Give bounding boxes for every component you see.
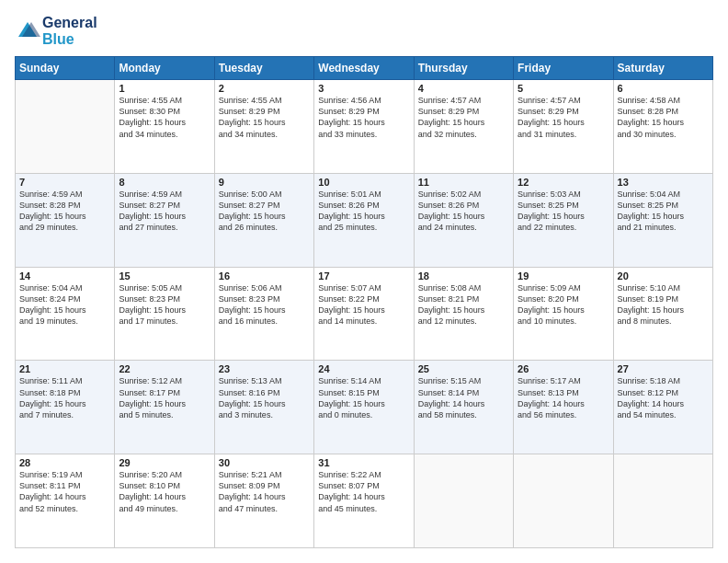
day-info: Sunrise: 5:11 AM Sunset: 8:18 PM Dayligh… — [19, 375, 110, 420]
day-info: Sunrise: 5:03 AM Sunset: 8:25 PM Dayligh… — [518, 189, 609, 234]
table-row: 1Sunrise: 4:55 AM Sunset: 8:30 PM Daylig… — [115, 80, 214, 174]
day-number: 27 — [618, 363, 709, 374]
day-number: 24 — [318, 363, 409, 374]
day-number: 5 — [518, 83, 609, 94]
day-info: Sunrise: 5:05 AM Sunset: 8:23 PM Dayligh… — [119, 282, 210, 327]
col-friday: Friday — [514, 57, 613, 80]
day-info: Sunrise: 4:57 AM Sunset: 8:29 PM Dayligh… — [418, 95, 509, 140]
day-info: Sunrise: 5:15 AM Sunset: 8:14 PM Dayligh… — [418, 375, 509, 420]
day-number: 23 — [219, 363, 310, 374]
day-info: Sunrise: 5:09 AM Sunset: 8:20 PM Dayligh… — [518, 282, 609, 327]
table-row: 11Sunrise: 5:02 AM Sunset: 8:26 PM Dayli… — [414, 173, 513, 267]
table-row: 26Sunrise: 5:17 AM Sunset: 8:13 PM Dayli… — [514, 361, 613, 454]
day-number: 29 — [119, 457, 210, 468]
day-info: Sunrise: 4:56 AM Sunset: 8:29 PM Dayligh… — [318, 95, 409, 140]
table-row: 5Sunrise: 4:57 AM Sunset: 8:29 PM Daylig… — [514, 80, 613, 174]
table-row: 12Sunrise: 5:03 AM Sunset: 8:25 PM Dayli… — [514, 173, 613, 267]
col-monday: Monday — [115, 57, 214, 80]
table-row: 14Sunrise: 5:04 AM Sunset: 8:24 PM Dayli… — [16, 267, 115, 361]
day-number: 21 — [19, 363, 110, 374]
table-row: 16Sunrise: 5:06 AM Sunset: 8:23 PM Dayli… — [214, 267, 313, 361]
table-row — [414, 454, 513, 548]
table-row: 2Sunrise: 4:55 AM Sunset: 8:29 PM Daylig… — [214, 80, 313, 174]
day-number: 20 — [618, 270, 709, 282]
day-number: 6 — [618, 83, 709, 94]
day-number: 22 — [119, 363, 210, 374]
col-sunday: Sunday — [16, 57, 115, 80]
table-row: 30Sunrise: 5:21 AM Sunset: 8:09 PM Dayli… — [214, 454, 313, 548]
table-row: 13Sunrise: 5:04 AM Sunset: 8:25 PM Dayli… — [613, 173, 712, 267]
table-row — [514, 454, 613, 548]
table-row: 21Sunrise: 5:11 AM Sunset: 8:18 PM Dayli… — [16, 361, 115, 454]
day-info: Sunrise: 5:21 AM Sunset: 8:09 PM Dayligh… — [219, 469, 310, 514]
table-row: 19Sunrise: 5:09 AM Sunset: 8:20 PM Dayli… — [514, 267, 613, 361]
day-number: 18 — [418, 270, 509, 282]
day-number: 2 — [219, 83, 310, 94]
table-row: 22Sunrise: 5:12 AM Sunset: 8:17 PM Dayli… — [115, 361, 214, 454]
day-info: Sunrise: 4:55 AM Sunset: 8:30 PM Dayligh… — [119, 95, 210, 140]
day-info: Sunrise: 5:04 AM Sunset: 8:25 PM Dayligh… — [618, 189, 709, 234]
day-info: Sunrise: 5:06 AM Sunset: 8:23 PM Dayligh… — [219, 282, 310, 327]
day-number: 31 — [318, 457, 409, 468]
calendar-header-row: Sunday Monday Tuesday Wednesday Thursday… — [16, 57, 713, 80]
col-thursday: Thursday — [414, 57, 513, 80]
table-row: 23Sunrise: 5:13 AM Sunset: 8:16 PM Dayli… — [214, 361, 313, 454]
table-row: 7Sunrise: 4:59 AM Sunset: 8:28 PM Daylig… — [16, 173, 115, 267]
day-info: Sunrise: 4:59 AM Sunset: 8:28 PM Dayligh… — [19, 189, 110, 234]
table-row: 28Sunrise: 5:19 AM Sunset: 8:11 PM Dayli… — [16, 454, 115, 548]
table-row: 18Sunrise: 5:08 AM Sunset: 8:21 PM Dayli… — [414, 267, 513, 361]
day-number: 19 — [518, 270, 609, 282]
day-info: Sunrise: 5:10 AM Sunset: 8:19 PM Dayligh… — [618, 282, 709, 327]
day-number: 1 — [119, 83, 210, 94]
day-info: Sunrise: 5:17 AM Sunset: 8:13 PM Dayligh… — [518, 375, 609, 420]
calendar-week-row: 7Sunrise: 4:59 AM Sunset: 8:28 PM Daylig… — [16, 173, 713, 267]
day-info: Sunrise: 4:59 AM Sunset: 8:27 PM Dayligh… — [119, 189, 210, 234]
calendar-week-row: 14Sunrise: 5:04 AM Sunset: 8:24 PM Dayli… — [16, 267, 713, 361]
day-number: 11 — [418, 177, 509, 188]
day-info: Sunrise: 4:57 AM Sunset: 8:29 PM Dayligh… — [518, 95, 609, 140]
logo: General Blue — [15, 15, 97, 47]
table-row: 27Sunrise: 5:18 AM Sunset: 8:12 PM Dayli… — [613, 361, 712, 454]
day-info: Sunrise: 5:01 AM Sunset: 8:26 PM Dayligh… — [318, 189, 409, 234]
calendar-table: Sunday Monday Tuesday Wednesday Thursday… — [15, 56, 713, 548]
day-info: Sunrise: 4:58 AM Sunset: 8:28 PM Dayligh… — [618, 95, 709, 140]
day-number: 7 — [19, 177, 110, 188]
table-row — [16, 80, 115, 174]
table-row — [613, 454, 712, 548]
table-row: 29Sunrise: 5:20 AM Sunset: 8:10 PM Dayli… — [115, 454, 214, 548]
logo-icon — [15, 18, 40, 44]
calendar-week-row: 21Sunrise: 5:11 AM Sunset: 8:18 PM Dayli… — [16, 361, 713, 454]
day-number: 4 — [418, 83, 509, 94]
day-number: 12 — [518, 177, 609, 188]
day-info: Sunrise: 5:12 AM Sunset: 8:17 PM Dayligh… — [119, 375, 210, 420]
day-info: Sunrise: 5:18 AM Sunset: 8:12 PM Dayligh… — [618, 375, 709, 420]
day-number: 10 — [318, 177, 409, 188]
day-info: Sunrise: 5:19 AM Sunset: 8:11 PM Dayligh… — [19, 469, 110, 514]
day-number: 17 — [318, 270, 409, 282]
calendar-week-row: 28Sunrise: 5:19 AM Sunset: 8:11 PM Dayli… — [16, 454, 713, 548]
table-row: 6Sunrise: 4:58 AM Sunset: 8:28 PM Daylig… — [613, 80, 712, 174]
day-info: Sunrise: 5:08 AM Sunset: 8:21 PM Dayligh… — [418, 282, 509, 327]
day-number: 25 — [418, 363, 509, 374]
col-saturday: Saturday — [613, 57, 712, 80]
table-row: 17Sunrise: 5:07 AM Sunset: 8:22 PM Dayli… — [314, 267, 414, 361]
table-row: 15Sunrise: 5:05 AM Sunset: 8:23 PM Dayli… — [115, 267, 214, 361]
day-number: 28 — [19, 457, 110, 468]
table-row: 9Sunrise: 5:00 AM Sunset: 8:27 PM Daylig… — [214, 173, 313, 267]
day-info: Sunrise: 5:04 AM Sunset: 8:24 PM Dayligh… — [19, 282, 110, 327]
table-row: 24Sunrise: 5:14 AM Sunset: 8:15 PM Dayli… — [314, 361, 414, 454]
day-info: Sunrise: 5:02 AM Sunset: 8:26 PM Dayligh… — [418, 189, 509, 234]
table-row: 4Sunrise: 4:57 AM Sunset: 8:29 PM Daylig… — [414, 80, 513, 174]
table-row: 8Sunrise: 4:59 AM Sunset: 8:27 PM Daylig… — [115, 173, 214, 267]
calendar-week-row: 1Sunrise: 4:55 AM Sunset: 8:30 PM Daylig… — [16, 80, 713, 174]
day-info: Sunrise: 5:07 AM Sunset: 8:22 PM Dayligh… — [318, 282, 409, 327]
day-info: Sunrise: 5:22 AM Sunset: 8:07 PM Dayligh… — [318, 469, 409, 514]
day-info: Sunrise: 5:14 AM Sunset: 8:15 PM Dayligh… — [318, 375, 409, 420]
day-info: Sunrise: 5:13 AM Sunset: 8:16 PM Dayligh… — [219, 375, 310, 420]
table-row: 25Sunrise: 5:15 AM Sunset: 8:14 PM Dayli… — [414, 361, 513, 454]
day-info: Sunrise: 4:55 AM Sunset: 8:29 PM Dayligh… — [219, 95, 310, 140]
table-row: 20Sunrise: 5:10 AM Sunset: 8:19 PM Dayli… — [613, 267, 712, 361]
logo-text: General Blue — [42, 15, 97, 47]
day-number: 16 — [219, 270, 310, 282]
table-row: 3Sunrise: 4:56 AM Sunset: 8:29 PM Daylig… — [314, 80, 414, 174]
